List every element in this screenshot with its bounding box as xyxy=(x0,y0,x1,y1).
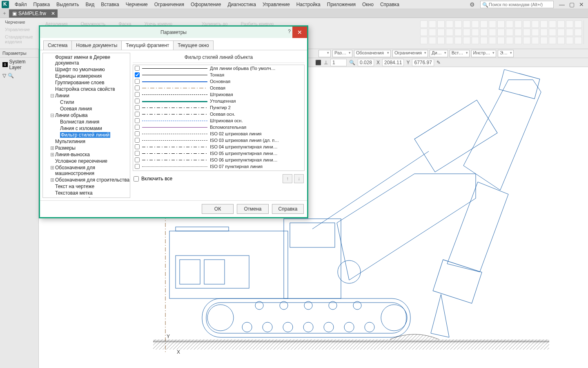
line-style-checkbox[interactable] xyxy=(135,118,140,123)
command-search-input[interactable] xyxy=(489,2,552,7)
line-style-row[interactable]: ISO 03 штриховая линия (дл. п… xyxy=(133,137,304,144)
tree-node[interactable]: Стили xyxy=(43,99,130,105)
line-style-checkbox[interactable] xyxy=(135,138,140,143)
filter-row[interactable]: ▽ 🔍 xyxy=(0,72,38,80)
line-style-row[interactable]: ISO 04 штрихпунктирная лини… xyxy=(133,144,304,150)
line-style-row[interactable]: Штриховая осн. xyxy=(133,117,304,124)
line-style-row[interactable]: Осевая осн. xyxy=(133,111,304,117)
tree-node[interactable]: Условное пересечение xyxy=(43,158,130,164)
menu-insert[interactable]: Вставка xyxy=(98,0,122,9)
dd-7[interactable]: Э… xyxy=(498,50,514,57)
tree-node[interactable]: Мультилиния xyxy=(43,138,130,145)
tree-node[interactable]: Настройка списка свойств xyxy=(43,86,130,92)
move-up-button[interactable]: ↑ xyxy=(283,174,292,183)
y-field[interactable]: 6776.97 xyxy=(412,59,434,66)
line-style-row[interactable]: Для линии обрыва (По умолч… xyxy=(133,65,304,72)
line-style-row[interactable]: Тонкая xyxy=(133,72,304,78)
document-tab[interactable]: ▣ SAMPLE.frw ✕ xyxy=(9,9,58,18)
tab-current-fragment[interactable]: Текущий фрагмент xyxy=(121,40,174,50)
dd-insert[interactable]: Вст… xyxy=(450,50,470,57)
tree-node[interactable]: ⊟Линии обрыва xyxy=(43,112,130,119)
new-tab-button[interactable]: ＋ xyxy=(0,10,9,17)
tab-newdocs[interactable]: Новые документы xyxy=(71,40,122,50)
scale-field[interactable]: 0.028 xyxy=(358,59,374,66)
line-style-row[interactable]: Пунктир 2 xyxy=(133,104,304,111)
tree-node[interactable]: Единицы измерения xyxy=(43,73,130,79)
line-style-checkbox[interactable] xyxy=(135,79,140,84)
line-style-checkbox[interactable] xyxy=(135,112,140,117)
dd-1[interactable] xyxy=(318,50,331,57)
line-style-row[interactable]: ISO 06 штрихпунктирная лини… xyxy=(133,157,304,163)
menu-draw[interactable]: Черчение xyxy=(122,0,151,9)
tree-node[interactable]: Текст на чертеже xyxy=(43,183,130,190)
line-style-row[interactable]: Утолщенная xyxy=(133,98,304,104)
cancel-button[interactable]: Отмена xyxy=(237,204,269,214)
dd-tools[interactable]: Инстр… xyxy=(471,50,497,57)
menu-manage[interactable]: Управление xyxy=(259,0,293,9)
tree-node[interactable]: ⊞Обозначения для строительства xyxy=(43,177,130,183)
window-maximize[interactable]: ▢ xyxy=(567,1,577,8)
line-style-checkbox[interactable] xyxy=(135,125,140,130)
zoom-icon[interactable]: 🔍 xyxy=(349,60,355,65)
tree-node[interactable]: ⊞Параметры таблицы xyxy=(43,196,130,198)
pencil-icon[interactable]: ✎ xyxy=(437,60,441,65)
tree-node[interactable]: Текстовая метка xyxy=(43,190,130,196)
window-minimize[interactable]: — xyxy=(557,1,567,8)
dd-dims[interactable]: Раз… xyxy=(332,50,352,57)
menu-view[interactable]: Вид xyxy=(82,0,98,9)
layer-row[interactable]: 0 System Layer xyxy=(0,58,38,72)
ok-button[interactable]: ОК xyxy=(202,204,234,214)
line-style-list[interactable]: Для линии обрыва (По умолч…ТонкаяОсновна… xyxy=(133,65,305,171)
menu-apps[interactable]: Приложения xyxy=(324,0,359,9)
line-style-checkbox[interactable] xyxy=(135,105,140,110)
tree-node[interactable]: Шрифт по умолчанию xyxy=(43,66,130,73)
ribbon-tab-std[interactable]: Стандартные изделия xyxy=(2,34,41,45)
tree-node[interactable]: Волнистая линия xyxy=(43,119,130,125)
gear-icon[interactable]: ⚙ xyxy=(467,1,477,8)
help-button[interactable]: Справка xyxy=(272,204,304,214)
menu-format[interactable]: Оформление xyxy=(187,0,224,9)
snap-icon[interactable]: ⬛ xyxy=(315,60,321,65)
tree-node-selected[interactable]: Фильтр стилей линий xyxy=(43,132,130,138)
line-style-checkbox[interactable] xyxy=(135,151,140,156)
tree-node[interactable]: ⊞Обозначения для машиностроения xyxy=(43,164,130,177)
ribbon-tab-drawing[interactable]: Черчение xyxy=(2,19,41,25)
tree-node[interactable]: Осевая линия xyxy=(43,105,130,112)
line-style-row[interactable]: Осевая xyxy=(133,85,304,91)
menu-help[interactable]: Справка xyxy=(377,0,403,9)
tree-node[interactable]: ⊞Линия-выноска xyxy=(43,151,130,158)
tree-node[interactable]: Группирование слоев xyxy=(43,79,130,86)
menu-settings[interactable]: Настройка xyxy=(293,0,324,9)
close-tab-icon[interactable]: ✕ xyxy=(51,11,55,16)
dialog-help-icon[interactable]: ? xyxy=(288,29,291,34)
settings-tree[interactable]: Формат имени в Дереве документа Шрифт по… xyxy=(42,53,130,198)
menu-constraints[interactable]: Ограничения xyxy=(151,0,187,9)
ortho-icon[interactable]: ⊥ xyxy=(324,60,328,65)
tree-node[interactable]: ⊞Размеры xyxy=(43,145,130,151)
tab-current-window[interactable]: Текущее окно xyxy=(173,40,213,50)
line-style-row[interactable]: Основная xyxy=(133,78,304,85)
menu-diagnostics[interactable]: Диагностика xyxy=(224,0,259,9)
menu-window[interactable]: Окно xyxy=(359,0,377,9)
tree-node[interactable]: Линия с изломами xyxy=(43,125,130,132)
tree-node[interactable]: Формат имени в Дереве документа xyxy=(43,54,130,66)
ribbon-tab-manage[interactable]: Управление xyxy=(2,26,41,33)
line-style-row[interactable]: Штриховая xyxy=(133,91,304,98)
tree-node[interactable]: ⊟Линии xyxy=(43,92,130,99)
line-style-checkbox[interactable] xyxy=(135,72,140,77)
dialog-titlebar[interactable]: Параметры ? ✕ xyxy=(40,27,307,38)
line-style-checkbox[interactable] xyxy=(135,157,140,162)
dd-annotations[interactable]: Обозначения xyxy=(354,50,391,57)
line-style-row[interactable]: ISO 02 штриховая линия xyxy=(133,130,304,137)
command-search[interactable]: 🔍 xyxy=(480,1,554,8)
line-style-row[interactable]: ISO 07 пунктирная линия xyxy=(133,163,304,170)
include-all-checkbox[interactable] xyxy=(134,176,139,182)
move-down-button[interactable]: ↓ xyxy=(294,174,304,183)
tab-system[interactable]: Система xyxy=(43,40,72,50)
line-style-checkbox[interactable] xyxy=(135,164,140,169)
line-style-row[interactable]: Вспомогательная xyxy=(133,124,304,130)
menu-file[interactable]: Файл xyxy=(11,0,30,9)
dd-constraints[interactable]: Ограничения xyxy=(392,50,428,57)
line-style-checkbox[interactable] xyxy=(135,85,140,90)
menu-select[interactable]: Выделить xyxy=(53,0,82,9)
